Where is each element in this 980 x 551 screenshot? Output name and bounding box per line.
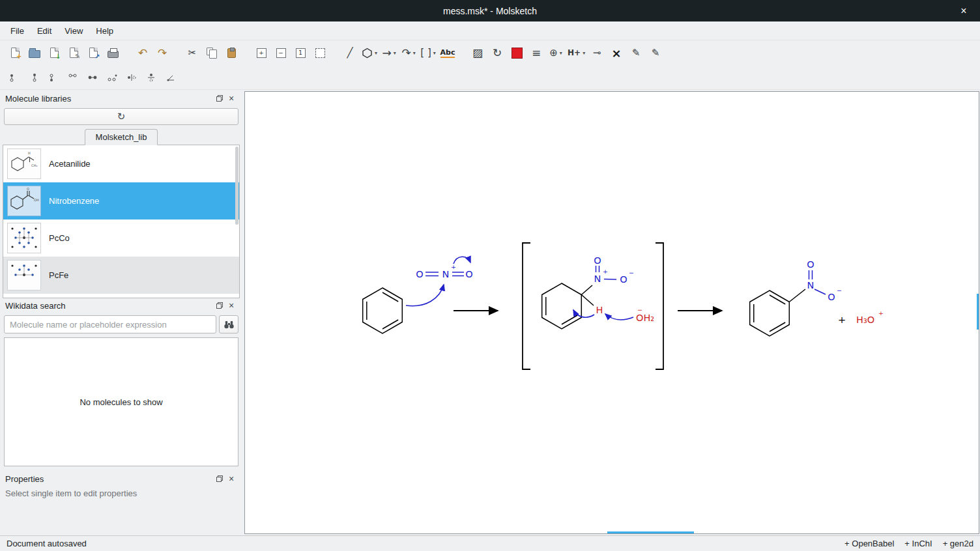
nitronium-n[interactable]: N <box>442 269 450 279</box>
float-icon <box>216 475 223 482</box>
library-item-pcfe[interactable]: PcFe <box>3 257 239 294</box>
hatch-tool[interactable]: ▨ <box>468 43 487 63</box>
wikidata-float-button[interactable] <box>214 300 225 311</box>
line-width-button[interactable]: ≡ <box>526 43 546 63</box>
status-openbabel: + OpenBabel <box>844 539 894 548</box>
molecule-tool-stereo[interactable] <box>25 68 44 87</box>
curved-arrow-water-to-h[interactable] <box>605 314 633 320</box>
redo-button[interactable]: ↷ <box>152 43 172 63</box>
electron-flow-tool[interactable]: ⊸ <box>587 43 607 63</box>
intermediate-o-top[interactable]: O <box>594 255 601 266</box>
water-nucleophile[interactable]: OH₂ − <box>636 306 654 323</box>
molecule-tool-conformer[interactable] <box>5 68 25 87</box>
charge-dropdown-arrow[interactable]: ▾ <box>560 50 562 56</box>
format-brush-tool[interactable]: ✎ <box>626 43 646 63</box>
libraries-panel-title: Molecule libraries <box>5 94 214 104</box>
molecule-tool-bond-angle[interactable] <box>162 68 181 87</box>
rotate-tool[interactable]: ↻ <box>487 43 507 63</box>
format-apply-tool[interactable]: ✎ <box>646 43 665 63</box>
copy-button[interactable] <box>202 43 222 63</box>
molecule-tool-join[interactable] <box>44 68 64 87</box>
save-as-button[interactable]: ✎ <box>64 43 83 63</box>
ring-dropdown-arrow[interactable]: ▾ <box>375 50 377 56</box>
zoom-in-button[interactable]: + <box>252 43 271 63</box>
svg-text:O: O <box>27 187 29 191</box>
hydronium-label[interactable]: H₃O <box>856 315 874 325</box>
library-item-acetanilide[interactable]: H CH₃ Acetanilide <box>3 145 239 182</box>
benzene-molecule[interactable] <box>363 288 403 333</box>
draw-bond-tool[interactable]: ╱ <box>340 43 360 63</box>
zoom-fit-button[interactable] <box>310 43 330 63</box>
charge-tool[interactable]: ⊕▾ <box>546 43 566 63</box>
product-o-right[interactable]: O <box>828 292 835 302</box>
save-button[interactable]: ↓ <box>44 43 64 63</box>
svg-text:H: H <box>28 151 31 155</box>
intermediate-n[interactable]: N <box>594 274 601 284</box>
water-label[interactable]: OH₂ <box>636 313 654 323</box>
nitrobenzene-product[interactable]: O N O − <box>750 259 842 336</box>
molecule-search-input[interactable] <box>4 315 216 333</box>
nitronium-o-right[interactable]: O <box>465 269 472 279</box>
color-picker-button[interactable] <box>507 43 526 63</box>
molecule-tool-pair[interactable] <box>103 68 122 87</box>
menu-edit[interactable]: Edit <box>31 23 58 38</box>
arrow-tool[interactable]: →▾ <box>379 43 399 63</box>
conformer-icon <box>8 72 22 83</box>
vertical-scrollbar-thumb[interactable] <box>977 294 979 330</box>
pair-icon <box>106 72 119 83</box>
zoom-out-button[interactable]: − <box>271 43 291 63</box>
new-file-button[interactable]: + <box>5 43 25 63</box>
molecule-tool-flip-horizontal[interactable] <box>122 68 142 87</box>
properties-close-button[interactable]: × <box>225 473 237 485</box>
mechanism-arrow-tool[interactable]: ↷▾ <box>399 43 418 63</box>
ring-tool[interactable]: ▾ <box>360 43 379 63</box>
libraries-float-button[interactable] <box>214 92 225 104</box>
nitronium-ion[interactable]: O N + O <box>416 263 472 279</box>
library-item-label: PcCo <box>49 233 70 243</box>
bracket-dropdown-arrow[interactable]: ▾ <box>433 50 436 56</box>
bracket-tool[interactable]: [ ]▾ <box>418 43 438 63</box>
zoom-reset-button[interactable]: 1 <box>291 43 310 63</box>
hydrogen-dropdown-arrow[interactable]: ▾ <box>583 50 585 56</box>
text-tool[interactable]: Abc <box>438 43 457 63</box>
molecule-tool-split[interactable] <box>64 68 83 87</box>
print-button[interactable] <box>103 43 122 63</box>
molecule-tool-flip-vertical[interactable] <box>142 68 162 87</box>
product-o-top[interactable]: O <box>807 259 814 270</box>
stereo-icon <box>28 72 41 83</box>
horizontal-scrollbar-thumb[interactable] <box>607 531 694 533</box>
refresh-icon: ↻ <box>117 111 126 122</box>
drawing-canvas[interactable]: O N + O <box>244 91 979 534</box>
cut-button[interactable]: ✂ <box>182 43 202 63</box>
delete-tool[interactable]: × <box>607 43 626 63</box>
window-close-button[interactable]: × <box>954 0 973 21</box>
export-button[interactable]: ↗ <box>83 43 103 63</box>
arrow-dropdown-arrow[interactable]: ▾ <box>394 50 396 56</box>
search-button[interactable] <box>219 315 238 333</box>
refresh-libraries-button[interactable]: ↻ <box>4 108 238 125</box>
menu-view[interactable]: View <box>58 23 89 38</box>
nitronium-o-left[interactable]: O <box>416 269 423 279</box>
paste-button[interactable] <box>222 43 241 63</box>
menu-file[interactable]: File <box>4 23 31 38</box>
intermediate-o-right[interactable]: O <box>620 274 627 285</box>
menu-help[interactable]: Help <box>89 23 120 38</box>
library-item-pcco[interactable]: PcCo <box>3 219 239 257</box>
library-item-nitrobenzene[interactable]: O OH Nitrobenzene <box>3 182 239 219</box>
arenium-intermediate[interactable]: O N + O − H <box>542 255 634 329</box>
wikidata-panel-header: Wikidata search × <box>1 298 241 313</box>
open-file-button[interactable] <box>25 43 44 63</box>
undo-button[interactable]: ↶ <box>133 43 152 63</box>
tab-molsketch-lib[interactable]: Molsketch_lib <box>85 129 158 145</box>
properties-float-button[interactable] <box>214 473 225 485</box>
intermediate-h[interactable]: H <box>596 305 603 315</box>
product-n[interactable]: N <box>807 280 814 290</box>
hydrogen-tool[interactable]: H+▾ <box>566 43 587 63</box>
hydronium-ion[interactable]: H₃O + <box>856 309 884 325</box>
molecule-tool-merge[interactable] <box>83 68 103 87</box>
curved-arrow-benzene-to-nitronium[interactable] <box>406 285 444 306</box>
library-list-scrollbar[interactable] <box>235 147 238 225</box>
wikidata-close-button[interactable]: × <box>225 300 237 311</box>
mechanism-dropdown-arrow[interactable]: ▾ <box>413 50 416 56</box>
libraries-close-button[interactable]: × <box>225 92 237 104</box>
